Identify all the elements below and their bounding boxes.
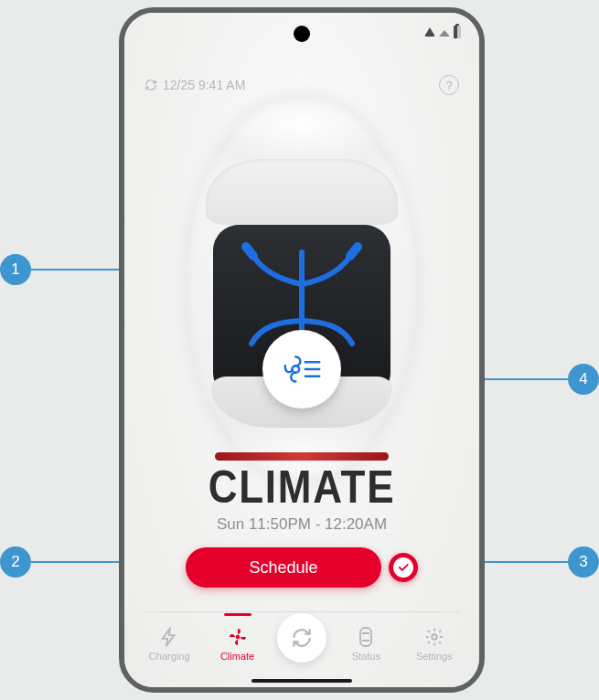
schedule-button-label: Schedule [249,558,317,578]
page-title: CLIMATE [145,461,457,514]
bottom-nav: Charging Climate Status [124,614,479,673]
svg-point-1 [235,634,239,638]
car-icon [355,626,377,648]
check-icon [397,561,410,574]
nav-charging[interactable]: Charging [141,626,198,662]
nav-label: Status [352,651,380,662]
nav-climate[interactable]: Climate [209,626,266,662]
schedule-button[interactable]: Schedule [186,547,381,588]
car-windshield [206,159,398,225]
bolt-icon [158,626,180,648]
help-button[interactable]: ? [439,75,459,95]
callout-badge-2: 2 [0,546,31,578]
nav-label: Charging [149,651,190,662]
battery-icon [454,26,461,38]
title-block: CLIMATE Sun 11:50PM - 12:20AM [124,461,479,534]
refresh-icon [290,626,314,650]
svg-rect-2 [360,628,371,646]
ventilation-icon [281,348,323,390]
gear-icon [423,626,445,648]
nav-status[interactable]: Status [337,626,394,662]
refresh-icon [144,79,157,91]
header-row: 12/25 9:41 AM ? [144,75,459,95]
ventilation-button[interactable] [262,330,341,408]
callout-badge-3: 3 [568,546,599,578]
signal-icon [439,30,450,37]
check-circle [393,557,413,578]
nav-settings[interactable]: Settings [406,626,463,662]
schedule-time-range: Sun 11:50PM - 12:20AM [124,515,479,534]
nav-refresh-center[interactable] [277,613,326,663]
last-sync-text: 12/25 9:41 AM [163,78,245,92]
camera-cutout [294,26,310,42]
nav-label: Settings [416,651,453,662]
last-sync[interactable]: 12/25 9:41 AM [144,78,245,92]
svg-point-3 [432,634,437,640]
phone-frame: 12/25 9:41 AM ? [119,7,485,693]
schedule-row: Schedule [186,547,418,588]
callout-badge-4: 4 [568,364,599,395]
nav-label: Climate [220,651,254,662]
fan-icon [227,626,249,648]
tail-light-bar [215,452,389,461]
status-icons [424,26,461,38]
nav-divider [143,611,461,612]
app-screen: 12/25 9:41 AM ? [124,13,479,687]
callout-badge-1: 1 [0,254,31,285]
wifi-icon [424,27,435,37]
help-icon: ? [445,79,452,92]
status-bar [124,13,479,53]
vehicle-topdown [187,97,416,481]
schedule-enabled-toggle[interactable] [389,553,418,582]
home-indicator [251,679,352,683]
